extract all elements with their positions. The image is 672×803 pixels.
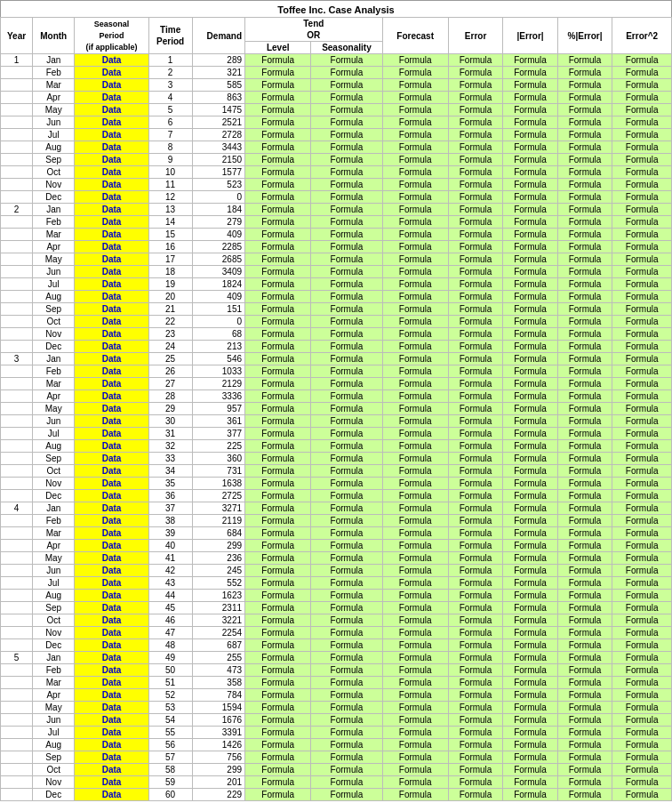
table-row: OctData101577FormulaFormulaFormulaFormul… (1, 166, 672, 179)
table-row: MarData51358FormulaFormulaFormulaFormula… (1, 677, 672, 689)
header-year: Year (1, 18, 33, 54)
table-row: JulData553391FormulaFormulaFormulaFormul… (1, 727, 672, 739)
table-row: NovData59201FormulaFormulaFormulaFormula… (1, 776, 672, 789)
table-row: AprData40299FormulaFormulaFormulaFormula… (1, 540, 672, 552)
table-row: FebData261033FormulaFormulaFormulaFormul… (1, 365, 672, 378)
table-row: AugData561426FormulaFormulaFormulaFormul… (1, 739, 672, 751)
table-row: 5JanData49255FormulaFormulaFormulaFormul… (1, 652, 672, 664)
table-row: DecData48687FormulaFormulaFormulaFormula… (1, 639, 672, 652)
table-row: AprData283336FormulaFormulaFormulaFormul… (1, 390, 672, 403)
table-row: OctData463221FormulaFormulaFormulaFormul… (1, 614, 672, 627)
header-level: Level (245, 42, 311, 54)
table-row: DecData120FormulaFormulaFormulaFormulaFo… (1, 191, 672, 204)
table-row: AugData32225FormulaFormulaFormulaFormula… (1, 440, 672, 453)
table-row: JunData541676FormulaFormulaFormulaFormul… (1, 714, 672, 727)
header-month: Month (33, 18, 75, 54)
table-row: JunData62521FormulaFormulaFormulaFormula… (1, 116, 672, 129)
table-row: 3JanData25546FormulaFormulaFormulaFormul… (1, 353, 672, 365)
table-row: NovData2368FormulaFormulaFormulaFormulaF… (1, 328, 672, 341)
header-seasonal: SeasonalPeriod(if applicable) (75, 18, 148, 54)
table-row: JulData31377FormulaFormulaFormulaFormula… (1, 428, 672, 440)
header-forecast: Forecast (382, 18, 448, 54)
table-row: FebData14279FormulaFormulaFormulaFormula… (1, 216, 672, 229)
table-row: SepData452311FormulaFormulaFormulaFormul… (1, 602, 672, 614)
table-row: JunData42245FormulaFormulaFormulaFormula… (1, 565, 672, 577)
table-row: MayData51475FormulaFormulaFormulaFormula… (1, 104, 672, 116)
table-row: SepData92150FormulaFormulaFormulaFormula… (1, 154, 672, 166)
header-demand: Demand (192, 18, 245, 54)
table-row: AugData83443FormulaFormulaFormulaFormula… (1, 141, 672, 154)
table-row: MayData41236FormulaFormulaFormulaFormula… (1, 552, 672, 565)
table-row: 1JanData1289FormulaFormulaFormulaFormula… (1, 54, 672, 67)
table-row: MayData172685FormulaFormulaFormulaFormul… (1, 253, 672, 266)
table-row: OctData58299FormulaFormulaFormulaFormula… (1, 764, 672, 776)
table-row: AprData52784FormulaFormulaFormulaFormula… (1, 689, 672, 702)
table-row: AprData4863FormulaFormulaFormulaFormulaF… (1, 92, 672, 104)
table-row: MayData29957FormulaFormulaFormulaFormula… (1, 403, 672, 415)
table-row: MarData3585FormulaFormulaFormulaFormulaF… (1, 79, 672, 92)
table-row: SepData33360FormulaFormulaFormulaFormula… (1, 453, 672, 465)
header-pcterror: %|Error| (557, 18, 612, 54)
table-row: 4JanData373271FormulaFormulaFormulaFormu… (1, 502, 672, 515)
header-time: TimePeriod (148, 18, 192, 54)
header-seasonality: Seasonality (311, 42, 382, 54)
table-row: JunData183409FormulaFormulaFormulaFormul… (1, 266, 672, 278)
table-row: DecData24213FormulaFormulaFormulaFormula… (1, 341, 672, 353)
table-row: FebData382119FormulaFormulaFormulaFormul… (1, 515, 672, 527)
header-abserror: |Error| (503, 18, 557, 54)
header-tend-or: TendOR (245, 18, 382, 42)
header-row-1: Year Month SeasonalPeriod(if applicable)… (1, 18, 672, 42)
table-row: OctData220FormulaFormulaFormulaFormulaFo… (1, 316, 672, 328)
table-row: DecData362725FormulaFormulaFormulaFormul… (1, 490, 672, 502)
table-row: MarData15409FormulaFormulaFormulaFormula… (1, 229, 672, 241)
table-row: JulData43552FormulaFormulaFormulaFormula… (1, 577, 672, 590)
table-row: DecData60229FormulaFormulaFormulaFormula… (1, 789, 672, 801)
header-error: Error (448, 18, 502, 54)
table-row: MayData531594FormulaFormulaFormulaFormul… (1, 702, 672, 714)
table-row: OctData34731FormulaFormulaFormulaFormula… (1, 465, 672, 478)
table-row: JulData72728FormulaFormulaFormulaFormula… (1, 129, 672, 141)
table-row: AprData162285FormulaFormulaFormulaFormul… (1, 241, 672, 253)
table-row: AugData441623FormulaFormulaFormulaFormul… (1, 590, 672, 602)
table-row: SepData57756FormulaFormulaFormulaFormula… (1, 751, 672, 764)
title: Toffee Inc. Case Analysis (0, 0, 672, 17)
table-row: 2JanData13184FormulaFormulaFormulaFormul… (1, 204, 672, 216)
table-row: MarData272129FormulaFormulaFormulaFormul… (1, 378, 672, 390)
table-row: MarData39684FormulaFormulaFormulaFormula… (1, 527, 672, 540)
table-row: FebData2321FormulaFormulaFormulaFormulaF… (1, 67, 672, 79)
table-row: NovData11523FormulaFormulaFormulaFormula… (1, 179, 672, 191)
table-row: JunData30361FormulaFormulaFormulaFormula… (1, 415, 672, 428)
table-row: NovData351638FormulaFormulaFormulaFormul… (1, 478, 672, 490)
table-row: NovData472254FormulaFormulaFormulaFormul… (1, 627, 672, 639)
table-row: AugData20409FormulaFormulaFormulaFormula… (1, 291, 672, 303)
table-row: SepData21151FormulaFormulaFormulaFormula… (1, 303, 672, 316)
table-row: FebData50473FormulaFormulaFormulaFormula… (1, 664, 672, 677)
header-error2: Error^2 (612, 18, 672, 54)
table-row: JulData191824FormulaFormulaFormulaFormul… (1, 278, 672, 291)
